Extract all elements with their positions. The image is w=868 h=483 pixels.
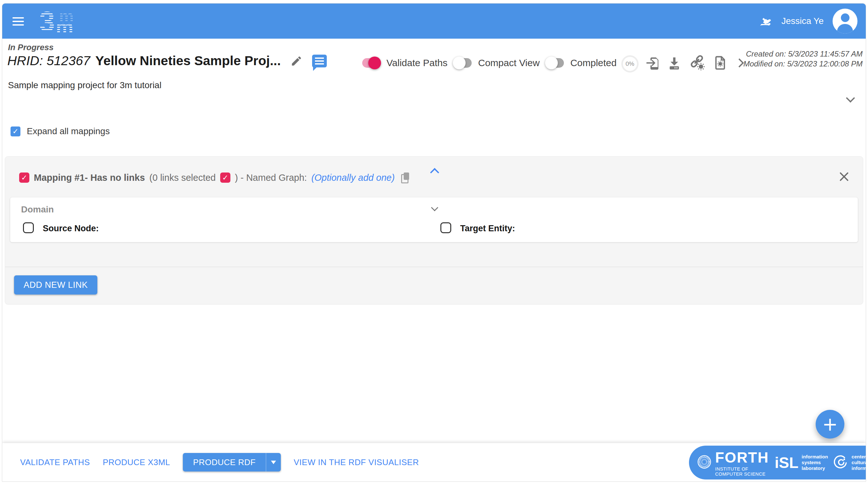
project-description: Sample mapping project for 3m tutorial	[8, 80, 161, 90]
forth-logo: FORTH INSTITUTE OF COMPUTER SCIENCE	[715, 449, 769, 477]
add-mapping-fab[interactable]: +	[816, 410, 844, 438]
source-node-label: Source Node:	[43, 224, 99, 233]
forth-banner: FORTH INSTITUTE OF COMPUTER SCIENCE iSL …	[689, 446, 866, 480]
toggle-compact-view[interactable]: Compact View	[454, 57, 539, 68]
title-row: HRID: 512367 Yellow Nineties Sample Proj…	[7, 53, 327, 68]
produce-x3ml-button[interactable]: PRODUCE X3ML	[103, 457, 170, 467]
collapse-mapping-chevron-up-icon[interactable]	[430, 168, 439, 177]
compact-view-switch[interactable]	[454, 58, 472, 68]
add-new-link-button[interactable]: ADD NEW LINK	[14, 275, 97, 294]
import-file-icon[interactable]	[645, 56, 660, 70]
source-node-checkbox[interactable]	[23, 222, 34, 233]
file-settings-icon[interactable]	[713, 55, 727, 70]
card-divider	[5, 267, 863, 267]
user-name: Jessica Ye	[781, 16, 824, 26]
project-actions	[645, 54, 743, 72]
view-rdf-visualiser-button[interactable]: VIEW IN THE RDF VISUALISER	[293, 457, 419, 467]
mapping-card: ✓ Mapping #1- Has no links (0 links sele…	[5, 156, 863, 305]
target-entity-checkbox[interactable]	[440, 222, 451, 233]
domain-section: Domain Source Node: Target Entity:	[10, 197, 858, 242]
isl-logo: iSL information systems laboratory	[775, 454, 828, 472]
link-settings-icon[interactable]	[689, 55, 706, 71]
produce-rdf-dropdown[interactable]	[266, 453, 281, 472]
ci-logo: center of cultural informatics	[834, 454, 866, 471]
footer-bar: VALIDATE PATHS PRODUCE X3ML PRODUCE RDF …	[2, 443, 866, 481]
avatar-body	[837, 24, 853, 33]
toggle-completed[interactable]: Completed	[546, 57, 617, 68]
isl-wordmark: iSL	[775, 454, 799, 472]
close-icon[interactable]	[838, 171, 850, 183]
comment-icon[interactable]	[312, 55, 327, 67]
isl-text: information systems laboratory	[802, 454, 828, 471]
toggles-row: Validate Paths Compact View Completed	[362, 54, 617, 72]
project-status: In Progress	[8, 42, 54, 52]
switch-knob	[368, 57, 381, 69]
toggle-validate-paths[interactable]: Validate Paths	[362, 57, 447, 68]
links-note-prefix: (0 links selected	[149, 172, 216, 183]
avatar[interactable]	[833, 9, 858, 33]
forth-seal-icon	[696, 454, 713, 472]
produce-rdf-button[interactable]: PRODUCE RDF	[183, 453, 266, 472]
completed-switch[interactable]	[546, 58, 564, 68]
hrid-label: HRID: 512367	[7, 53, 90, 68]
timestamps: Created on: 5/3/2023 11:45:57 AM Modifie…	[743, 49, 863, 69]
avatar-head	[841, 13, 849, 22]
release-icon[interactable]	[757, 14, 773, 28]
expand-all-checkbox[interactable]: ✓	[10, 126, 21, 136]
app-bar-right: Jessica Ye	[757, 3, 858, 39]
collapse-header-chevron-down-icon[interactable]	[846, 93, 855, 103]
ci-text: center of cultural informatics	[852, 454, 866, 471]
footer-actions: VALIDATE PATHS PRODUCE X3ML PRODUCE RDF …	[20, 443, 419, 481]
progress-indicator: 0%	[621, 55, 639, 73]
toggle-label: Validate Paths	[386, 57, 447, 68]
mapping-checkbox[interactable]: ✓	[19, 172, 29, 183]
target-entity-label: Target Entity:	[460, 224, 515, 233]
chevron-right-icon[interactable]	[735, 58, 744, 67]
mapping-title: Mapping #1- Has no links	[34, 172, 145, 183]
download-icon[interactable]	[667, 56, 682, 70]
switch-knob	[453, 57, 466, 69]
3m-logo: m 3 m	[39, 7, 93, 37]
created-on: Created on: 5/3/2023 11:45:57 AM	[743, 49, 863, 59]
domain-chevron-down-icon[interactable]	[432, 205, 437, 211]
copy-icon[interactable]	[401, 172, 411, 183]
caret-down-icon	[271, 461, 276, 464]
named-graph-add-link[interactable]: (Optionally add one)	[311, 172, 395, 183]
toggle-label: Compact View	[478, 57, 539, 68]
comment-lines	[315, 57, 324, 64]
produce-rdf-split-button: PRODUCE RDF	[183, 453, 281, 472]
links-note-suffix: ) - Named Graph:	[235, 172, 307, 183]
domain-heading: Domain	[21, 204, 54, 215]
edit-pencil-icon[interactable]	[290, 55, 303, 67]
app-window: m 3 m Jessica Ye In Progress HRID: 51236…	[2, 3, 866, 482]
ci-mark-icon	[834, 455, 848, 471]
expand-all-row: ✓ Expand all mappings	[10, 126, 110, 136]
forth-subtitle: INSTITUTE OF COMPUTER SCIENCE	[715, 466, 769, 477]
svg-text:m: m	[56, 16, 73, 36]
switch-knob	[545, 57, 558, 69]
menu-icon[interactable]	[12, 15, 25, 27]
mapping-header: ✓ Mapping #1- Has no links (0 links sele…	[19, 171, 411, 184]
page-title: Yellow Nineties Sample Proj...	[95, 53, 281, 68]
forth-name: FORTH	[715, 449, 769, 466]
app-bar: m 3 m Jessica Ye	[2, 3, 866, 39]
validate-paths-switch[interactable]	[362, 58, 380, 68]
expand-all-label: Expand all mappings	[27, 126, 110, 136]
svg-text:3: 3	[39, 7, 55, 36]
modified-on: Modified on: 5/3/2023 12:00:08 PM	[743, 59, 863, 69]
named-graph-checkbox[interactable]: ✓	[220, 172, 230, 183]
toggle-label: Completed	[570, 57, 617, 68]
validate-paths-button[interactable]: VALIDATE PATHS	[20, 457, 90, 467]
